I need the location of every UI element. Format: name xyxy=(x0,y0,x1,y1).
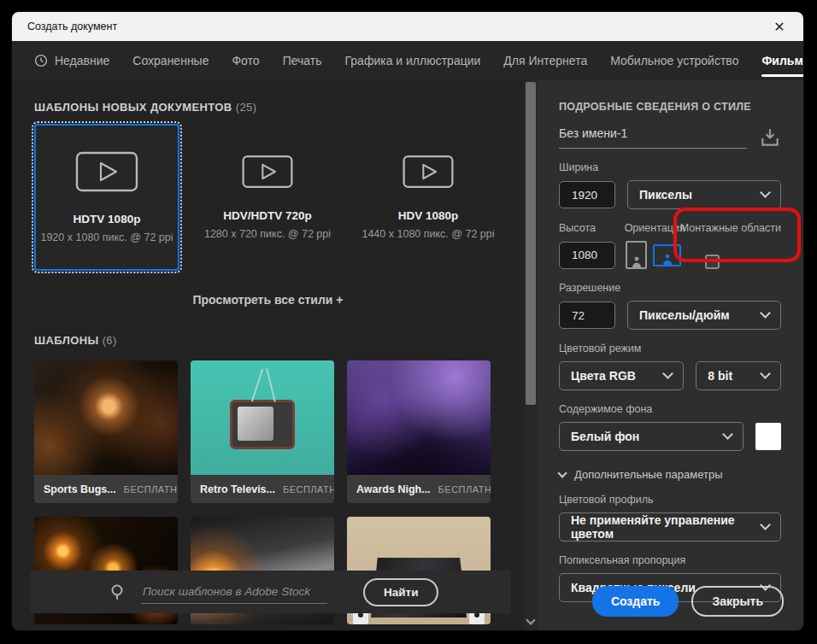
close-button[interactable]: Закрыть xyxy=(691,586,784,617)
tab-label: Фильмы и видео xyxy=(761,54,803,67)
template-thumbnail xyxy=(191,360,334,475)
template-name: Sports Bugs... xyxy=(44,483,116,495)
background-color-swatch[interactable] xyxy=(755,423,781,450)
preset-details-panel: ПОДРОБНЫЕ СВЕДЕНИЯ О СТИЛЕ Без имени-1 Ш… xyxy=(538,80,803,630)
preset-name: HDV 1080p xyxy=(398,209,459,222)
tab-mobile[interactable]: Мобильное устройство xyxy=(610,41,738,80)
free-badge: БЕСПЛАТНО xyxy=(438,484,491,495)
background-contents-label: Содержимое фона xyxy=(559,403,781,415)
color-mode-label: Цветовой режим xyxy=(559,342,781,354)
width-label: Ширина xyxy=(559,161,781,173)
templates-count: (6) xyxy=(103,334,117,347)
chevron-down-icon xyxy=(760,307,771,319)
resolution-unit-select[interactable]: Пикселы/дюйм xyxy=(627,301,781,330)
tab-photo[interactable]: Фото xyxy=(232,41,259,80)
artboards-label: Монтажные области xyxy=(680,222,781,234)
bit-depth-select[interactable]: 8 bit xyxy=(696,361,781,390)
chevron-down-icon xyxy=(662,368,673,379)
tab-saved[interactable]: Сохраненные xyxy=(132,41,209,80)
template-name: Retro Televis... xyxy=(200,483,275,495)
preset-hdv-hdtv-720p[interactable]: HDV/HDTV 720p 1280 x 720 пикс. @ 72 ppi xyxy=(195,124,340,271)
tab-label: Печать xyxy=(283,54,322,67)
tab-print[interactable]: Печать xyxy=(283,41,322,80)
portrait-person-icon xyxy=(630,255,644,267)
width-input[interactable]: 1920 xyxy=(559,181,615,208)
chevron-down-icon xyxy=(557,468,567,477)
height-input[interactable]: 1080 xyxy=(559,242,615,269)
chevron-down-icon xyxy=(760,187,771,198)
preset-specs: 1440 x 1080 пикс. @ 72 ppi xyxy=(361,228,494,240)
preset-hdtv-1080p[interactable]: HDTV 1080p 1920 x 1080 пикс. @ 72 ppi xyxy=(34,124,179,271)
template-awards-night[interactable]: Awards Nigh... БЕСПЛАТНО xyxy=(347,360,491,503)
scrollbar-thumb[interactable] xyxy=(526,82,536,405)
vertical-scrollbar[interactable] xyxy=(524,80,538,630)
color-mode-select[interactable]: Цвета RGB xyxy=(559,361,684,390)
template-sports-bugs[interactable]: Sports Bugs... БЕСПЛАТНО xyxy=(34,360,178,503)
preset-specs: 1920 x 1080 пикс. @ 72 ppi xyxy=(40,231,173,243)
chevron-down-icon xyxy=(760,519,771,530)
category-tab-bar: Недавние Сохраненные Фото Печать Графика… xyxy=(12,41,803,80)
orientation-portrait-button[interactable] xyxy=(626,241,647,269)
templates-panel: ШАБЛОНЫ НОВЫХ ДОКУМЕНТОВ(25) HDTV 1080p … xyxy=(12,80,524,630)
tab-art-illustration[interactable]: Графика и иллюстрации xyxy=(345,41,481,80)
clock-icon xyxy=(34,54,48,67)
preset-specs: 1280 x 720 пикс. @ 72 ppi xyxy=(204,228,331,240)
template-grid-row-1: Sports Bugs... БЕСПЛАТНО Retro Televis..… xyxy=(34,360,524,503)
tab-label: Фото xyxy=(232,54,259,67)
presets-section-title: ШАБЛОНЫ НОВЫХ ДОКУМЕНТОВ(25) xyxy=(34,101,524,114)
color-profile-label: Цветовой профиль xyxy=(559,494,781,506)
orientation-landscape-button[interactable] xyxy=(653,244,681,266)
search-icon xyxy=(109,583,127,601)
free-badge: БЕСПЛАТНО xyxy=(124,484,178,495)
landscape-person-icon xyxy=(661,253,674,265)
tab-label: Сохраненные xyxy=(132,54,209,67)
find-button[interactable]: Найти xyxy=(363,578,438,606)
template-name: Awards Nigh... xyxy=(356,483,431,495)
orientation-label: Ориентация xyxy=(625,222,680,234)
create-button[interactable]: Создать xyxy=(592,586,679,617)
tab-film-video[interactable]: Фильмы и видео xyxy=(761,41,803,80)
preset-row: HDTV 1080p 1920 x 1080 пикс. @ 72 ppi HD… xyxy=(34,124,524,271)
template-label-bar: Awards Nigh... БЕСПЛАТНО xyxy=(347,475,491,503)
video-play-icon xyxy=(403,155,454,189)
details-panel-title: ПОДРОБНЫЕ СВЕДЕНИЯ О СТИЛЕ xyxy=(559,101,781,113)
retro-tv-graphic xyxy=(230,400,295,449)
width-unit-select[interactable]: Пикселы xyxy=(627,180,781,209)
document-name-field[interactable]: Без имени-1 xyxy=(559,126,747,149)
template-retro-television[interactable]: Retro Televis... БЕСПЛАТНО xyxy=(191,360,334,503)
presets-count: (25) xyxy=(236,101,257,114)
tab-web[interactable]: Для Интернета xyxy=(503,41,587,80)
close-window-icon[interactable]: ✕ xyxy=(767,15,791,38)
templates-section-title: ШАБЛОНЫ(6) xyxy=(34,334,524,347)
resolution-input[interactable]: 72 xyxy=(559,302,615,329)
template-thumbnail xyxy=(347,360,491,475)
title-bar: Создать документ ✕ xyxy=(12,12,803,41)
preset-hdv-1080p[interactable]: HDV 1080p 1440 x 1080 пикс. @ 72 ppi xyxy=(356,124,501,271)
video-play-icon xyxy=(242,155,293,189)
tab-label: Мобильное устройство xyxy=(610,54,738,67)
advanced-options-toggle[interactable]: Дополнительные параметры xyxy=(559,468,781,481)
adobe-stock-search-bar: Найти xyxy=(30,571,511,613)
tab-label: Недавние xyxy=(55,54,109,67)
background-contents-select[interactable]: Белый фон xyxy=(559,422,744,451)
scroll-down-icon[interactable] xyxy=(526,615,535,624)
tab-recent[interactable]: Недавние xyxy=(34,41,109,80)
chevron-down-icon xyxy=(760,368,771,379)
artboards-checkbox[interactable] xyxy=(705,255,720,269)
create-document-dialog: Создать документ ✕ Недавние Сохраненные … xyxy=(12,12,803,630)
template-label-bar: Sports Bugs... БЕСПЛАТНО xyxy=(34,475,178,503)
template-label-bar: Retro Televis... БЕСПЛАТНО xyxy=(191,475,334,503)
free-badge: БЕСПЛАТНО xyxy=(283,484,334,495)
view-all-presets-link[interactable]: Просмотреть все стили + xyxy=(12,293,524,307)
pixel-aspect-ratio-label: Попиксельная пропорция xyxy=(559,554,781,566)
chevron-down-icon xyxy=(722,429,733,440)
save-preset-icon[interactable] xyxy=(759,126,781,149)
tab-label: Графика и иллюстрации xyxy=(345,54,481,67)
height-label: Высота xyxy=(559,222,625,234)
color-profile-select[interactable]: Не применяйте управление цветом xyxy=(559,512,781,542)
video-play-icon xyxy=(75,151,138,192)
tab-label: Для Интернета xyxy=(503,54,587,67)
resolution-label: Разрешение xyxy=(559,282,781,294)
search-input[interactable] xyxy=(141,580,327,604)
preset-name: HDV/HDTV 720p xyxy=(223,209,312,222)
